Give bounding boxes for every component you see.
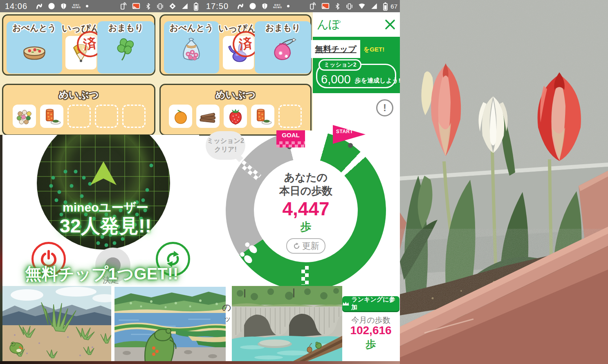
free-chip-box: 無料チップ <box>311 40 360 58</box>
ring-center: あなたの 本日の歩数 4,447 歩 更新 <box>254 159 358 262</box>
battery-percent: 67 <box>390 3 397 10</box>
clock: 17:50 <box>206 2 229 11</box>
bbc-news-icon: BBCNEWS <box>72 4 81 9</box>
notification-swoosh-icon <box>237 2 244 10</box>
pink-pouch-icon <box>269 35 297 64</box>
refresh-button[interactable]: 更新 <box>286 238 325 254</box>
notification-circle-icon <box>249 2 256 10</box>
app-title-partial: んぽ <box>317 17 340 32</box>
cast-icon <box>132 2 140 10</box>
notification-circle-icon <box>48 2 55 10</box>
ring-label-2: 本日の歩数 <box>279 185 333 197</box>
screen-collage: 14:06 BBCNEWS 17:50 BBCNEWS 67 <box>0 0 608 364</box>
refresh-icon <box>293 242 301 250</box>
meibutsu-slot[interactable] <box>196 105 220 128</box>
meibutsu-title: めいぶつ <box>3 88 154 101</box>
stray-char-2: ッ <box>224 314 231 324</box>
four-leaf-clover-icon <box>113 35 140 64</box>
tea-canister-icon <box>42 107 62 126</box>
meibutsu-panel-2: めいぶつ <box>159 84 312 136</box>
goal-flag: GOAL <box>276 130 305 147</box>
ring-marker-bottom <box>301 266 309 285</box>
today-steps-value: 4,447 <box>282 199 329 219</box>
crown-icon <box>342 301 349 306</box>
start-flag <box>333 124 366 145</box>
meibutsu-slot[interactable] <box>40 105 63 128</box>
get-label: をGET! <box>363 46 384 54</box>
ring-label-1: あなたの <box>284 171 328 183</box>
vpn-diamond-icon <box>169 2 176 10</box>
status-bar-right: 17:50 BBCNEWS 67 <box>201 0 400 12</box>
walk-app-header: んぽ <box>313 12 400 37</box>
compass-arrow-icon <box>90 161 117 185</box>
radar-found-line: 32人発見!! <box>16 213 195 239</box>
tulip-photo <box>400 0 608 364</box>
bottom-photo-strip <box>0 361 400 364</box>
wifi-icon <box>358 2 366 10</box>
monthly-steps-unit: 歩 <box>342 337 399 351</box>
mineo-radar-panel: mineoユーザー 32人発見!! 決定 無料チップ1つGET!! <box>2 135 199 286</box>
tea-canister-icon <box>253 107 273 126</box>
mission-clear-bubble: ミッション2 クリア! <box>206 131 245 160</box>
vibrate-icon <box>156 2 164 10</box>
meibutsu-slot-empty[interactable] <box>278 105 302 128</box>
meibutsu-slot-empty[interactable] <box>67 105 91 128</box>
bbc-news-icon: BBCNEWS <box>273 4 282 9</box>
battery-icon <box>193 2 199 11</box>
monthly-steps-value: 102,616 <box>342 324 399 337</box>
shield-icon <box>261 3 268 10</box>
meibutsu-slot[interactable] <box>169 105 192 128</box>
close-icon[interactable] <box>384 19 396 30</box>
status-bar-left: 14:06 BBCNEWS <box>0 0 201 12</box>
meibutsu-slot[interactable] <box>224 105 247 128</box>
bento-card[interactable]: おべんとう <box>7 21 62 74</box>
notification-swoosh-icon <box>36 2 43 10</box>
stray-char-1: の <box>222 301 231 314</box>
quiche-pie-icon <box>20 37 49 64</box>
dried-sweet-potato-icon <box>198 107 218 126</box>
meibutsu-title: めいぶつ <box>161 88 310 101</box>
frog-travel-photo-sandbar <box>114 287 226 362</box>
candy-bag-icon <box>177 36 205 63</box>
mission-badge: ミッション2 <box>319 59 361 71</box>
cast-icon <box>321 2 330 10</box>
prep-panel-2: おべんとう いっぴん 済 おまもり <box>159 14 312 76</box>
charm-card[interactable]: おまもり <box>97 21 155 74</box>
strawberry-icon <box>225 107 246 126</box>
dot-icon <box>287 5 289 7</box>
info-alert-icon[interactable]: ! <box>376 99 393 116</box>
steps-unit: 歩 <box>301 219 312 234</box>
join-ranking-button[interactable]: ランキングに参加 <box>342 296 399 311</box>
prep-panel-1: おべんとう いっぴん 済 おまもり <box>2 14 155 76</box>
nfc-phone-icon <box>308 2 316 10</box>
mission-text: 歩を達成しよう! <box>355 77 400 85</box>
meibutsu-slot[interactable] <box>251 105 274 128</box>
signal-icon <box>181 2 188 10</box>
dango-balls-icon <box>14 107 35 126</box>
meibutsu-panel-1: めいぶつ <box>2 84 155 136</box>
mission-banner: 無料チップ をGET! ミッション2 6,000 歩を達成しよう! <box>313 37 400 93</box>
signal-icon <box>370 2 378 10</box>
bluetooth-icon <box>334 2 341 10</box>
battery-icon <box>383 2 388 11</box>
vibrate-icon <box>346 2 353 10</box>
frog-travel-photo-grassland <box>2 286 111 362</box>
shield-icon <box>60 3 67 10</box>
bento-card[interactable]: おべんとう <box>164 21 219 74</box>
meibutsu-slot[interactable] <box>13 105 36 128</box>
mandarin-orange-icon <box>171 107 191 126</box>
bluetooth-icon <box>145 2 151 10</box>
mission-steps: 6,000 <box>321 73 351 86</box>
dot-icon <box>86 5 88 7</box>
frog-travel-photo-cave <box>232 286 342 361</box>
meibutsu-slot-empty[interactable] <box>95 105 118 128</box>
nfc-phone-icon <box>119 2 127 10</box>
charm-card[interactable]: おまもり <box>255 21 311 74</box>
clock: 14:06 <box>5 2 27 11</box>
meibutsu-slot-empty[interactable] <box>122 105 146 128</box>
start-flag-label: START <box>336 129 353 134</box>
free-chip-get-overlay: 無料チップ1つGET!! <box>4 263 199 285</box>
left-photo-sliver <box>0 135 2 364</box>
